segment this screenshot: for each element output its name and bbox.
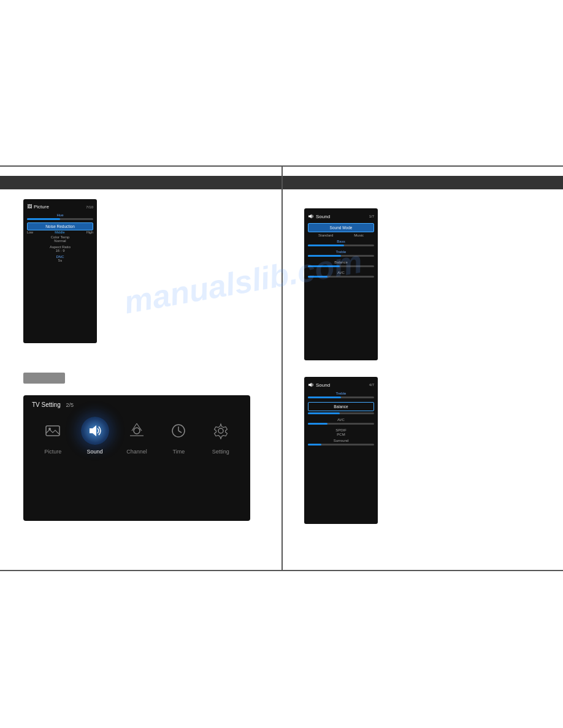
sound-screen-1-title: Sound [308, 213, 330, 219]
setting-icon-circle [207, 417, 235, 445]
tv-setting-icons-row: Picture Sound Cha [32, 417, 242, 455]
channel-icon-circle [123, 417, 151, 445]
picture-screen-header: 🖼 Picture 7/10 [27, 204, 93, 210]
sound-icon-item[interactable]: Sound [77, 417, 113, 455]
svg-line-9 [178, 431, 182, 433]
picture-svg-icon [44, 422, 61, 439]
sound-screen-2-icon [308, 382, 314, 388]
channel-icon-item[interactable]: Channel [118, 417, 155, 455]
sound-screen-1-header: Sound 1/7 [308, 213, 374, 219]
time-icon-item[interactable]: Time [160, 417, 197, 455]
channel-svg-icon [128, 422, 145, 439]
surround-label: Surround [308, 439, 374, 442]
channel-icon-label: Channel [126, 449, 147, 455]
picture-screen-title: 🖼 Picture [27, 204, 49, 210]
picture-icon-label: Picture [44, 449, 61, 455]
sound-icon-circle [81, 417, 109, 445]
balance-item-s2[interactable]: Balance [308, 402, 374, 411]
svg-point-1 [48, 428, 51, 430]
hue-slider[interactable] [27, 218, 93, 220]
color-temp-value: Normal [27, 239, 93, 243]
surround-slider[interactable] [308, 444, 374, 446]
bottom-divider [0, 570, 563, 571]
svg-marker-2 [90, 425, 96, 436]
bass-slider[interactable] [308, 245, 374, 246]
low-option: Low [27, 230, 33, 234]
sound-mode-options: Standard Music [308, 233, 374, 237]
bass-label: Bass [308, 240, 374, 243]
noise-reduction-item[interactable]: Noise Reduction [27, 222, 93, 230]
treble-label-s2: Treble [308, 392, 374, 395]
avc-slider-s1[interactable] [308, 276, 374, 278]
noise-reduction-options: Low Middle High [27, 230, 93, 234]
sound-mode-label: Sound Mode [330, 226, 353, 230]
picture-screen: 🖼 Picture 7/10 Hue Noise Reduction Low M… [23, 199, 97, 343]
dnc-value: 5s [27, 259, 93, 262]
setting-svg-icon [212, 422, 229, 439]
avc-label-s1: AVC [308, 271, 374, 275]
standard-option: Standard [318, 233, 333, 237]
sound-screen-1-icon [308, 213, 314, 219]
svg-point-10 [218, 428, 223, 433]
hue-label: Hue [27, 213, 93, 217]
sound-screen-2-page: 4/7 [369, 383, 374, 387]
sound-screen-2-title: Sound [308, 382, 330, 388]
picture-icon-circle [39, 417, 67, 445]
gray-button[interactable] [23, 373, 65, 384]
svg-marker-11 [308, 214, 312, 219]
balance-label-s1: Balance [308, 260, 374, 264]
setting-icon-item[interactable]: Setting [202, 417, 239, 455]
treble-label: Treble [308, 250, 374, 254]
time-svg-icon [170, 422, 187, 439]
right-header-bar [283, 176, 563, 189]
tv-setting-screen: TV Setting 2/5 Picture [23, 395, 250, 521]
avc-slider-s2[interactable] [308, 423, 374, 425]
svg-point-3 [134, 428, 140, 434]
sound-screen-1: Sound 1/7 Sound Mode Standard Music Bass… [304, 208, 378, 360]
balance-slider-s2[interactable] [308, 412, 374, 414]
picture-icon-item[interactable]: Picture [34, 417, 71, 455]
sound-mode-item[interactable]: Sound Mode [308, 223, 374, 232]
time-icon-circle [164, 417, 193, 445]
svg-marker-12 [308, 383, 312, 387]
treble-slider-s2[interactable] [308, 396, 374, 398]
sound-svg-icon [86, 422, 104, 440]
sound-screen-2: Sound 4/7 Treble Balance AVC SPDIF PCM S… [304, 377, 378, 524]
spdif-label: SPDIF [308, 428, 374, 432]
noise-reduction-label: Noise Reduction [45, 224, 75, 229]
sound-screen-2-header: Sound 4/7 [308, 382, 374, 388]
spdif-value: PCM [308, 433, 374, 436]
balance-label-s2: Balance [334, 404, 348, 409]
sound-screen-1-page: 1/7 [369, 214, 374, 218]
sound-icon-label: Sound [87, 449, 103, 455]
high-option: High [86, 230, 93, 234]
tv-setting-page: 2/5 [66, 402, 74, 408]
picture-page-num: 7/10 [86, 205, 93, 209]
middle-option: Middle [55, 230, 64, 234]
music-option: Music [354, 233, 364, 237]
balance-slider-s1[interactable] [308, 265, 374, 267]
left-header-bar [0, 176, 282, 189]
avc-label-s2: AVC [308, 418, 374, 422]
picture-icon: 🖼 [27, 204, 32, 210]
tv-setting-header: TV Setting 2/5 [32, 401, 242, 408]
setting-icon-label: Setting [212, 449, 229, 455]
aspect-ratio-value: 16 : 9 [27, 249, 93, 252]
time-icon-label: Time [173, 449, 185, 455]
vertical-divider [282, 165, 283, 570]
tv-setting-title: TV Setting [32, 401, 61, 408]
treble-slider[interactable] [308, 255, 374, 257]
